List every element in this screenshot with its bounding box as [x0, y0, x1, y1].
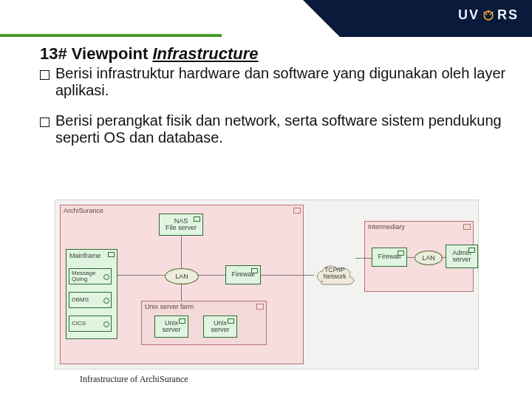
conn-nas-lan — [181, 236, 182, 268]
node-nas: NAS File server — [159, 214, 203, 236]
slide-header: UV RS — [0, 0, 532, 37]
node-firewall-1-label: Firewall — [231, 271, 254, 278]
group-title-serverfarm: Unix server farm — [145, 303, 194, 310]
bullet-box-icon — [40, 117, 50, 127]
header-green-bar — [0, 34, 222, 37]
title-viewpoint: Viewpoint — [72, 44, 149, 63]
logo: UV RS — [458, 7, 519, 23]
header-navy-block: UV RS — [340, 0, 532, 37]
node-mq-label: Message Quing — [72, 270, 95, 283]
bullet-box-icon — [40, 70, 50, 80]
node-message-queuing: Message Quing — [69, 268, 112, 284]
conn-lan-serverfarm — [181, 283, 182, 301]
node-firewall-1: Firewall — [225, 265, 261, 284]
bullet-text: Berisi infrastruktur hardware dan softwa… — [55, 65, 510, 99]
title-number: 13# — [40, 44, 67, 63]
node-unix-2-label: Unix server — [211, 320, 229, 334]
node-dbms: DBMS — [69, 292, 112, 308]
conn-firewall1-cloud — [261, 275, 314, 276]
svg-point-0 — [484, 11, 493, 20]
slide-title: 13# Viewpoint Infrastructure — [40, 44, 510, 64]
oval-lan-1: LAN — [165, 268, 199, 284]
diagram-caption: Infrastructure of ArchiSurance — [55, 374, 477, 385]
node-dbms-label: DBMS — [72, 297, 89, 303]
node-nas-label: NAS File server — [166, 218, 197, 232]
conn-mainframe-lan — [117, 275, 165, 276]
node-firewall-2-label: Firewall — [378, 253, 400, 260]
bullet-item: Berisi infrastruktur hardware dan softwa… — [40, 65, 510, 99]
conn-lan-firewall1 — [197, 275, 225, 276]
node-firewall-2: Firewall — [372, 248, 407, 267]
oval-lan-1-label: LAN — [175, 273, 188, 280]
group-title-intermediary: Intermediary — [368, 223, 405, 231]
cloud-label: TCP/IP Network — [313, 267, 357, 280]
node-unix-1-label: Unix server — [162, 320, 180, 334]
title-infrastructure: Infrastructure — [152, 44, 258, 63]
bullet-text: Berisi perangkat fisik dan network, sert… — [55, 112, 510, 146]
conn-firewall2-lan2 — [407, 257, 415, 258]
oval-lan-2: LAN — [415, 250, 443, 265]
node-unix-2: Unix server — [203, 316, 237, 338]
slide-content: 13# Viewpoint Infrastructure Berisi infr… — [40, 44, 510, 146]
conn-lan2-admin — [441, 257, 446, 258]
node-admin-label: Admin server — [452, 250, 471, 264]
diagram-container: ArchiSurance Intermediary NAS File serve… — [55, 200, 477, 385]
node-cics: CICS — [69, 316, 112, 332]
group-title-archisurance: ArchiSurance — [64, 207, 103, 214]
cloud-tcpip: TCP/IP Network — [313, 261, 357, 287]
node-unix-1: Unix server — [154, 316, 188, 338]
node-cics-label: CICS — [72, 321, 86, 327]
oval-lan-2-label: LAN — [422, 254, 435, 262]
logo-text-right: RS — [497, 7, 519, 23]
conn-cloud-firewall2 — [355, 258, 372, 259]
compass-icon — [481, 8, 496, 23]
logo-text-left: UV — [458, 7, 480, 23]
node-admin-server: Admin server — [446, 245, 478, 268]
infrastructure-diagram: ArchiSurance Intermediary NAS File serve… — [55, 200, 479, 369]
node-mainframe-label: Mainframe — [69, 253, 114, 259]
bullet-item: Berisi perangkat fisik dan network, sert… — [40, 112, 510, 146]
